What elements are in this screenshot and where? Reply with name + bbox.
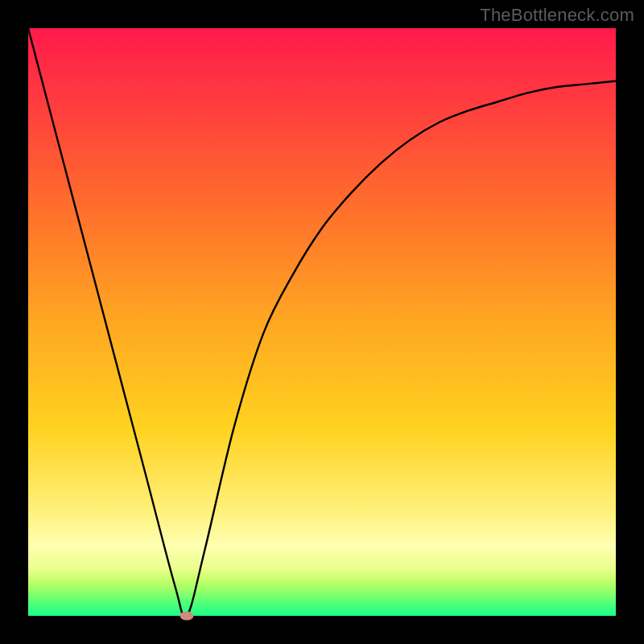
chart-frame: TheBottleneck.com (0, 0, 644, 644)
plot-area (28, 28, 616, 616)
min-marker (180, 612, 194, 621)
bottleneck-curve-path (28, 28, 616, 617)
watermark-text: TheBottleneck.com (480, 5, 634, 26)
curve-layer (28, 28, 616, 616)
